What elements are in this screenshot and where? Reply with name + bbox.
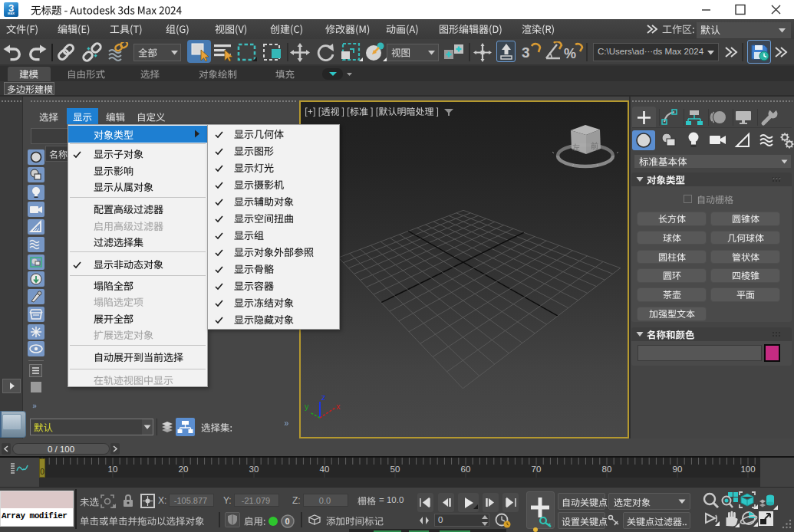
svg-text:x: x	[336, 402, 341, 411]
svg-text:z: z	[321, 392, 326, 402]
svg-text:%: %	[564, 46, 576, 61]
svg-text:y: y	[305, 402, 309, 411]
svg-text:3: 3	[522, 44, 530, 61]
svg-text:0: 0	[285, 517, 290, 526]
